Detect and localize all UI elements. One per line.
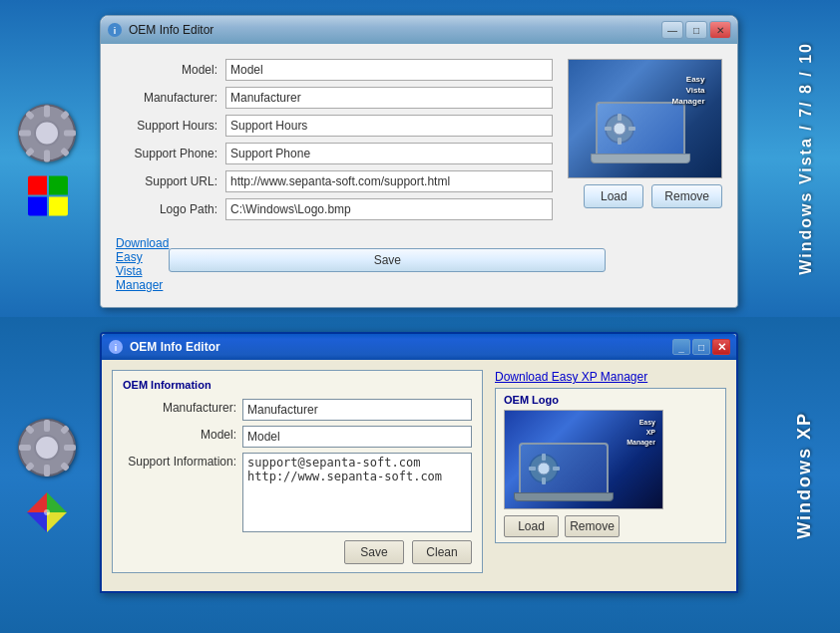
vista-window-title: OEM Info Editor xyxy=(129,23,213,37)
support-phone-input[interactable] xyxy=(225,143,553,164)
manufacturer-input[interactable] xyxy=(225,87,553,109)
gear-logo-xp xyxy=(527,452,562,486)
gear-logo-vista xyxy=(603,112,637,147)
support-hours-field-row: Support Hours: xyxy=(116,115,553,137)
vista-oem-window: i OEM Info Editor — □ ✕ Model: xyxy=(100,15,738,308)
vista-version-label: Windows Vista / 7/ 8 / 10 xyxy=(797,42,815,275)
vista-close-btn[interactable]: ✕ xyxy=(709,21,731,39)
logo-area-vista: EasyVistaManager Load Remove xyxy=(568,59,722,292)
svg-point-1 xyxy=(35,122,59,146)
support-phone-label: Support Phone: xyxy=(116,147,225,160)
support-url-label: Support URL: xyxy=(116,174,225,188)
clean-button-xp[interactable]: Clean xyxy=(412,540,472,564)
xp-window-title: OEM Info Editor xyxy=(130,340,220,354)
support-hours-label: Support Hours: xyxy=(116,119,225,133)
xp-manufacturer-label: Manufacturer: xyxy=(123,399,242,415)
svg-text:i: i xyxy=(114,26,117,36)
save-button-vista[interactable]: Save xyxy=(169,248,606,272)
xp-model-label: Model: xyxy=(123,426,242,442)
logo-path-field-row: Logo Path: xyxy=(116,198,553,220)
svg-rect-20 xyxy=(44,420,50,432)
download-vista-link[interactable]: Download Easy Vista Manager xyxy=(116,236,169,292)
vista-maximize-btn[interactable]: □ xyxy=(685,21,707,39)
svg-rect-16 xyxy=(605,127,612,131)
xp-close-btn[interactable]: ✕ xyxy=(712,339,730,355)
manufacturer-field-row: Manufacturer: xyxy=(116,87,553,109)
vista-minimize-btn[interactable]: — xyxy=(661,21,683,39)
svg-rect-14 xyxy=(618,114,622,121)
svg-rect-33 xyxy=(542,454,546,461)
app-icon-xp: i xyxy=(108,339,124,355)
support-url-input[interactable] xyxy=(225,170,553,192)
app-icon-vista: i xyxy=(107,22,123,38)
xp-right-panel: Download Easy XP Manager OEM Logo xyxy=(495,370,726,581)
svg-rect-23 xyxy=(64,445,76,451)
logo-path-input[interactable] xyxy=(225,198,553,220)
svg-rect-21 xyxy=(44,465,50,476)
svg-rect-17 xyxy=(629,127,635,131)
svg-rect-22 xyxy=(19,445,31,451)
xp-minimize-btn[interactable]: _ xyxy=(672,339,690,355)
windows-flag-vista xyxy=(28,176,68,216)
svg-rect-4 xyxy=(19,131,31,137)
svg-rect-3 xyxy=(44,151,50,162)
windows-xp-flag xyxy=(25,490,70,535)
oem-info-group: OEM Information Manufacturer: Model: xyxy=(112,370,483,573)
svg-rect-35 xyxy=(529,467,536,471)
support-url-field-row: Support URL: xyxy=(116,170,553,192)
model-input[interactable] xyxy=(225,59,553,81)
support-phone-field-row: Support Phone: xyxy=(116,143,553,164)
xp-manufacturer-input[interactable] xyxy=(242,399,472,421)
oem-group-title: OEM Information xyxy=(123,379,472,391)
xp-logo-image: EasyXPManager xyxy=(504,410,663,509)
svg-rect-34 xyxy=(542,477,546,484)
xp-version-label: Windows XP xyxy=(794,412,815,539)
logo-image-vista: EasyVistaManager xyxy=(568,59,722,178)
svg-rect-2 xyxy=(44,106,50,118)
svg-point-13 xyxy=(614,123,626,135)
remove-button-vista[interactable]: Remove xyxy=(651,184,722,208)
gear-icon-xp-large xyxy=(15,416,80,480)
xp-titlebar: i OEM Info Editor _ □ ✕ xyxy=(102,334,736,360)
svg-rect-36 xyxy=(553,467,560,471)
xp-manufacturer-row: Manufacturer: xyxy=(123,399,472,421)
model-field-row: Model: xyxy=(116,59,553,81)
oem-logo-title: OEM Logo xyxy=(504,394,717,406)
gear-icon-vista-large xyxy=(15,102,80,166)
svg-text:i: i xyxy=(115,343,118,353)
support-hours-input[interactable] xyxy=(225,115,553,137)
xp-maximize-btn[interactable]: □ xyxy=(692,339,710,355)
load-button-xp[interactable]: Load xyxy=(504,515,559,537)
svg-rect-5 xyxy=(64,131,76,137)
load-button-vista[interactable]: Load xyxy=(584,184,643,208)
remove-button-xp[interactable]: Remove xyxy=(565,515,620,537)
xp-model-input[interactable] xyxy=(242,426,472,448)
logo-path-label: Logo Path: xyxy=(116,202,225,216)
xp-support-info-row: Support Information: support@sepanta-sof… xyxy=(123,453,472,532)
xp-oem-logo-group: OEM Logo xyxy=(495,388,726,543)
svg-rect-15 xyxy=(618,138,622,145)
xp-model-row: Model: xyxy=(123,426,472,448)
svg-point-28 xyxy=(44,509,50,515)
manufacturer-label: Manufacturer: xyxy=(116,91,225,105)
vista-titlebar: i OEM Info Editor — □ ✕ xyxy=(101,16,737,44)
model-label: Model: xyxy=(116,63,225,77)
xp-support-info-textarea[interactable]: support@sepanta-soft.com http://www.sepa… xyxy=(242,453,472,532)
xp-oem-window: i OEM Info Editor _ □ ✕ OEM Information xyxy=(100,332,738,593)
download-xp-link[interactable]: Download Easy XP Manager xyxy=(495,370,647,384)
xp-support-info-label: Support Information: xyxy=(123,453,242,469)
save-button-xp[interactable]: Save xyxy=(344,540,404,564)
svg-point-19 xyxy=(35,436,59,460)
svg-point-32 xyxy=(538,463,550,475)
